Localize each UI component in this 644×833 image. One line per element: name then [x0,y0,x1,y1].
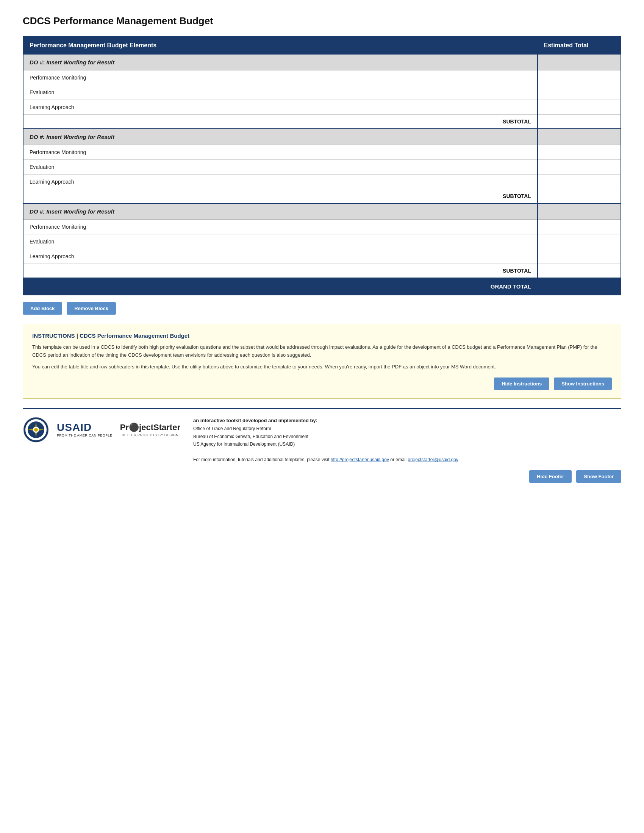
subtotal-value-3[interactable] [538,264,621,278]
row-value[interactable] [538,220,621,234]
add-block-button[interactable]: Add Block [23,302,62,315]
table-row: Learning Approach [23,175,621,189]
do-header-label-2[interactable]: DO #: Insert Wording for Result [23,129,538,145]
do-header-row-1: DO #: Insert Wording for Result [23,55,621,71]
footer-content: USAID FROM THE AMERICAN PEOPLE Pr⚫jectSt… [23,416,621,463]
ps-dot-icon: ⚫ [129,423,139,432]
hide-instructions-button[interactable]: Hide Instructions [494,378,549,390]
footer-logos: USAID FROM THE AMERICAN PEOPLE Pr⚫jectSt… [23,416,182,443]
ps-name: Pr⚫jectStarter [120,423,180,433]
subtotal-value-2[interactable] [538,189,621,204]
instructions-doc-title: CDCS Performance Management Budget [80,333,189,339]
footer-info-line1: Office of Trade and Regulatory Reform [193,426,271,431]
usaid-subtext: FROM THE AMERICAN PEOPLE [57,434,113,437]
footer-info-line3: US Agency for International Development … [193,442,295,447]
row-label: Performance Monitoring [23,220,538,234]
instructions-paragraph-2: You can edit the table title and row sub… [32,363,612,371]
ps-tagline: BETTER PROJECTS BY DESIGN [122,433,179,437]
grand-total-value[interactable] [538,278,621,295]
row-value[interactable] [538,175,621,189]
subtotal-label-3: SUBTOTAL [23,264,538,278]
usaid-text-block: USAID FROM THE AMERICAN PEOPLE [57,422,113,437]
instructions-buttons: Hide Instructions Show Instructions [32,378,612,390]
ps-name-post: jectStarter [139,423,180,432]
table-row: Performance Monitoring [23,71,621,85]
subtotal-label-1: SUBTOTAL [23,115,538,129]
page-title: CDCS Performance Management Budget [23,15,621,27]
footer-info: an interactive toolkit developed and imp… [193,416,621,463]
subtotal-label-2: SUBTOTAL [23,189,538,204]
table-row: Evaluation [23,85,621,100]
show-footer-button[interactable]: Show Footer [576,470,621,483]
usaid-emblem-icon [23,416,49,443]
footer-visit-mid: or email [389,457,407,462]
table-row: Evaluation [23,160,621,175]
do-header-row-3: DO #: Insert Wording for Result [23,203,621,220]
do-header-value-3 [538,203,621,220]
do-header-value-2 [538,129,621,145]
hide-footer-button[interactable]: Hide Footer [529,470,572,483]
row-value[interactable] [538,234,621,249]
table-row: Performance Monitoring [23,145,621,160]
remove-block-button[interactable]: Remove Block [67,302,116,315]
do-header-label-3[interactable]: DO #: Insert Wording for Result [23,203,538,220]
row-value[interactable] [538,71,621,85]
table-row: Evaluation [23,234,621,249]
footer-section: USAID FROM THE AMERICAN PEOPLE Pr⚫jectSt… [23,408,621,483]
usaid-logo [23,416,49,443]
footer-email-link[interactable]: projectstarter@usaid.gov [407,457,458,462]
row-label: Performance Monitoring [23,71,538,85]
action-buttons-area: Add Block Remove Block [23,302,621,315]
row-value[interactable] [538,249,621,264]
table-row: Performance Monitoring [23,220,621,234]
row-label: Performance Monitoring [23,145,538,160]
footer-visit-link[interactable]: http://projectstarter.usaid.gov [331,457,389,462]
row-label: Evaluation [23,234,538,249]
footer-info-heading: an interactive toolkit developed and imp… [193,418,317,423]
footer-info-line2: Bureau of Economic Growth, Education and… [193,434,308,439]
show-instructions-button[interactable]: Show Instructions [554,378,612,390]
instructions-box: INSTRUCTIONS | CDCS Performance Manageme… [23,324,621,399]
subtotal-row-2: SUBTOTAL [23,189,621,204]
subtotal-row-1: SUBTOTAL [23,115,621,129]
row-value[interactable] [538,100,621,115]
row-label: Learning Approach [23,175,538,189]
row-label: Evaluation [23,85,538,100]
grand-total-row: GRAND TOTAL [23,278,621,295]
subtotal-value-1[interactable] [538,115,621,129]
row-value[interactable] [538,160,621,175]
col-header-total: Estimated Total [538,36,621,55]
col-header-elements: Performance Management Budget Elements [23,36,538,55]
grand-total-label: GRAND TOTAL [23,278,538,295]
table-row: Learning Approach [23,100,621,115]
row-value[interactable] [538,85,621,100]
do-header-label-1[interactable]: DO #: Insert Wording for Result [23,55,538,71]
instructions-paragraph-1: This template can be used in a CDCS to i… [32,343,612,359]
do-header-value-1 [538,55,621,71]
usaid-wordmark: USAID [57,422,92,433]
row-label: Learning Approach [23,249,538,264]
svg-point-4 [34,428,38,432]
ps-name-pre: Pr [120,423,129,432]
instructions-title: INSTRUCTIONS | CDCS Performance Manageme… [32,333,612,339]
projectstarter-logo: Pr⚫jectStarter BETTER PROJECTS BY DESIGN [120,423,180,437]
subtotal-row-3: SUBTOTAL [23,264,621,278]
footer-visit-pre: For more information, tutorials and addi… [193,457,331,462]
footer-buttons: Hide Footer Show Footer [23,470,621,483]
do-header-row-2: DO #: Insert Wording for Result [23,129,621,145]
row-value[interactable] [538,145,621,160]
table-row: Learning Approach [23,249,621,264]
budget-table: Performance Management Budget Elements E… [23,36,621,295]
row-label: Evaluation [23,160,538,175]
instructions-separator: | [75,333,80,339]
row-label: Learning Approach [23,100,538,115]
instructions-label: INSTRUCTIONS [32,333,75,339]
